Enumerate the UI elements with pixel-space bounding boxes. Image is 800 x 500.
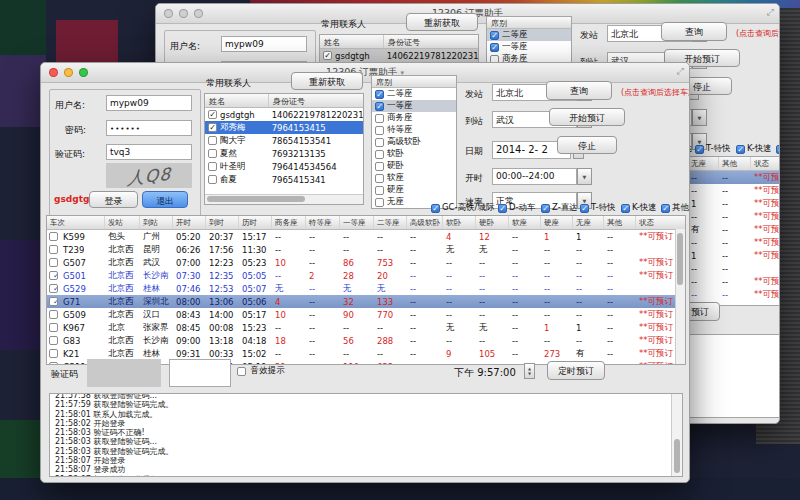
contact-checkbox[interactable]	[208, 162, 217, 171]
train-type-checkbox[interactable]: ✓	[736, 145, 745, 154]
result-row-checkbox[interactable]	[49, 245, 58, 254]
contact-checkbox[interactable]	[208, 136, 217, 145]
result-column-header[interactable]: 软卧	[443, 216, 476, 229]
contact-checkbox[interactable]: ✓	[323, 51, 332, 60]
result-column-header[interactable]: 无座	[573, 216, 604, 229]
seat-option[interactable]: 硬座	[372, 184, 456, 196]
seat-checkbox[interactable]	[375, 150, 384, 159]
result-row-checkbox[interactable]: ✓	[49, 297, 58, 306]
contacts-hscrollbar[interactable]	[205, 194, 363, 204]
train-type-checkbox[interactable]: ✓	[580, 204, 589, 213]
result-column-header[interactable]: 软座	[509, 216, 541, 229]
depart-time-select[interactable]: 00:00--24:00	[492, 168, 577, 185]
contact-checkbox[interactable]	[208, 149, 217, 158]
seat-checkbox[interactable]	[375, 174, 384, 183]
result-column-header[interactable]: 车次	[47, 216, 105, 229]
result-column-header[interactable]: 高级软卧	[407, 216, 443, 229]
refresh-contacts-button[interactable]: 重新获取	[291, 72, 363, 90]
contact-row[interactable]: 陶大宇78654153541	[205, 134, 363, 147]
log-area[interactable]: 21:57:58 获取登陆验证码...21:57:59 获取登陆验证码完成。21…	[49, 393, 683, 477]
result-column-header[interactable]: 特等座	[306, 216, 340, 229]
seat-option[interactable]: ✓一等座	[487, 41, 571, 53]
result-row-checkbox[interactable]: ✓	[49, 271, 58, 280]
result-row-checkbox[interactable]	[49, 232, 58, 241]
result-row[interactable]: G509北京西汉口08:4314:0005:1710--90770-------…	[47, 308, 685, 321]
result-column-header[interactable]: 状态	[751, 157, 780, 170]
contact-row[interactable]: ✓邓秀梅7964153415	[205, 121, 363, 134]
scrollbar-thumb[interactable]	[207, 196, 305, 202]
seat-checkbox[interactable]	[375, 162, 384, 171]
seat-checkbox[interactable]	[375, 114, 384, 123]
result-column-header[interactable]: 商务座	[272, 216, 306, 229]
seat-option[interactable]: 特等座	[372, 124, 456, 136]
result-column-header[interactable]: 二等座	[374, 216, 407, 229]
train-type-checkbox[interactable]: ✓	[498, 204, 507, 213]
scheduled-booking-button[interactable]: 定时预订	[547, 361, 605, 380]
contact-row[interactable]: ✓gsdgtgh140622197812202315	[320, 49, 478, 62]
login-button[interactable]: 登录	[89, 191, 138, 208]
results-vscrollbar[interactable]	[675, 229, 685, 364]
train-type-checkbox[interactable]: ✓	[431, 204, 440, 213]
titlebar[interactable]: 12306 订票助手 ▾ ⤢	[41, 63, 689, 83]
result-row-checkbox[interactable]	[49, 349, 58, 358]
username-input[interactable]: mypw09	[221, 36, 307, 52]
contact-checkbox[interactable]	[208, 175, 217, 184]
train-type-toggle[interactable]: ✓T-特快	[580, 202, 615, 214]
train-type-toggle[interactable]: ✓其他	[661, 202, 689, 214]
schedule-time[interactable]: 下午 9:57:00	[454, 366, 516, 380]
sound-toggle[interactable]: 音效提示	[237, 365, 285, 377]
contact-checkbox[interactable]: ✓	[208, 123, 217, 132]
bottom-captcha-image[interactable]	[87, 359, 161, 387]
password-input[interactable]: ••••••	[106, 120, 192, 136]
result-row-checkbox[interactable]	[49, 336, 58, 345]
result-row-checkbox[interactable]	[49, 310, 58, 319]
result-column-header[interactable]: 无座	[688, 157, 719, 170]
result-row[interactable]: K599包头广州05:2020:3715:17----------412--11…	[47, 230, 685, 243]
result-row-checkbox[interactable]	[49, 362, 58, 365]
train-type-checkbox[interactable]: ✓	[621, 204, 630, 213]
seat-option[interactable]: ✓一等座	[372, 100, 456, 112]
seat-checkbox[interactable]	[375, 126, 384, 135]
result-column-header[interactable]: 发站	[105, 216, 140, 229]
depart-time-arrow-icon[interactable]: ▼	[577, 168, 592, 185]
logout-button[interactable]: 退出	[142, 191, 188, 208]
bottom-captcha-input[interactable]	[169, 359, 231, 387]
sound-checkbox-icon[interactable]	[237, 367, 246, 376]
result-row-checkbox[interactable]	[49, 258, 58, 267]
seat-checkbox[interactable]: ✓	[375, 102, 384, 111]
result-row[interactable]: K967北京张家界08:4500:0815:23----------无无--11…	[47, 321, 685, 334]
query-button[interactable]: 查询	[661, 22, 727, 41]
result-row-checkbox[interactable]: ✓	[49, 284, 58, 293]
seat-option[interactable]: 高级软卧	[372, 136, 456, 148]
train-type-toggle[interactable]: ✓Z-直达	[541, 202, 578, 214]
contact-row[interactable]: 叶圣明796414534564	[205, 160, 363, 173]
result-column-header[interactable]: 一等座	[340, 216, 374, 229]
seat-checkbox[interactable]	[375, 186, 384, 195]
contact-checkbox[interactable]: ✓	[208, 110, 217, 119]
seat-option[interactable]: 商务座	[372, 112, 456, 124]
seat-option[interactable]: 软卧	[372, 148, 456, 160]
seat-checkbox[interactable]: ✓	[490, 31, 499, 40]
start-booking-button[interactable]: 开始预订	[549, 108, 625, 126]
contact-row[interactable]: 俞夏7965415341	[205, 173, 363, 186]
result-row[interactable]: T239北京西昆明06:2617:5611:30----------无无----…	[47, 243, 685, 256]
train-type-toggle[interactable]: ✓其他	[776, 143, 780, 155]
captcha-image[interactable]: 人Q8	[106, 163, 192, 188]
result-column-header[interactable]: 开时	[173, 216, 206, 229]
result-column-header[interactable]: 其他	[604, 216, 636, 229]
seat-option[interactable]: ✓二等座	[372, 88, 456, 100]
contact-row[interactable]: 夏然7693213135	[205, 147, 363, 160]
result-row[interactable]: ✓G501北京西长沙南07:3012:3505:05--22820-------…	[47, 269, 685, 282]
train-type-checkbox[interactable]: ✓	[541, 204, 550, 213]
result-column-header[interactable]: 状态	[636, 216, 686, 229]
train-type-toggle[interactable]: ✓K-快速	[736, 143, 772, 155]
result-column-header[interactable]: 到时	[206, 216, 239, 229]
scrollbar-thumb[interactable]	[674, 439, 680, 473]
refresh-contacts-button[interactable]: 重新获取	[406, 13, 478, 31]
result-column-header[interactable]: 到站	[140, 216, 173, 229]
train-type-toggle[interactable]: ✓K-快速	[621, 202, 657, 214]
seat-option[interactable]: 软座	[372, 172, 456, 184]
seat-checkbox[interactable]	[375, 198, 384, 207]
resize-icon[interactable]: ⤢	[767, 7, 774, 18]
seat-option[interactable]: ✓二等座	[487, 29, 571, 41]
